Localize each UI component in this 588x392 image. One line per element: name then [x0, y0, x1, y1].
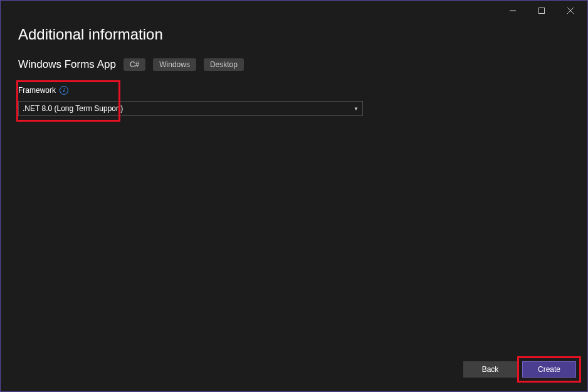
chevron-down-icon: ▼	[354, 106, 359, 112]
maximize-icon	[538, 8, 545, 14]
framework-selected-value: .NET 8.0 (Long Term Support)	[23, 104, 123, 113]
create-button-label: Create	[538, 365, 560, 374]
tag-platform: Windows	[153, 58, 196, 71]
framework-label: Framework	[18, 86, 56, 95]
minimize-icon	[510, 8, 516, 14]
tag-language: C#	[123, 58, 145, 71]
footer-buttons: Back Create	[463, 361, 576, 378]
create-button[interactable]: Create	[522, 361, 576, 378]
close-icon	[567, 8, 574, 14]
minimize-button[interactable]	[498, 1, 527, 20]
framework-label-row: Framework i	[18, 86, 570, 95]
close-button[interactable]	[556, 1, 585, 20]
page-title: Additional information	[18, 26, 570, 43]
svg-rect-1	[539, 8, 545, 14]
back-button[interactable]: Back	[463, 361, 517, 378]
subtitle-row: Windows Forms App C# Windows Desktop	[18, 58, 570, 71]
tag-apptype: Desktop	[204, 58, 244, 71]
project-type-label: Windows Forms App	[18, 58, 116, 71]
content-area: Additional information Windows Forms App…	[1, 21, 587, 116]
info-icon[interactable]: i	[60, 86, 68, 95]
back-button-label: Back	[482, 365, 499, 374]
titlebar	[1, 1, 587, 21]
framework-dropdown[interactable]: .NET 8.0 (Long Term Support) ▼	[18, 101, 363, 116]
maximize-button[interactable]	[527, 1, 556, 20]
